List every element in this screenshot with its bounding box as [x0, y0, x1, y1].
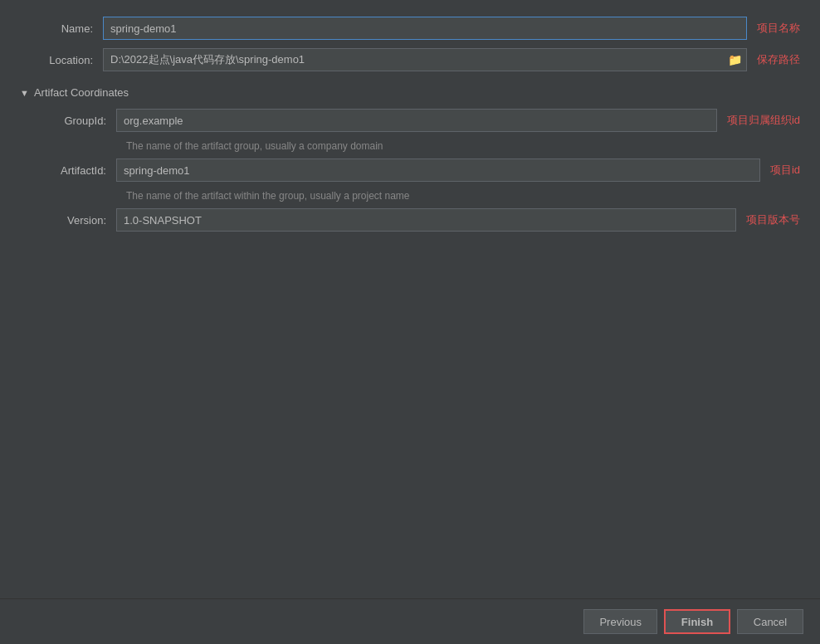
- artifactid-annotation: 项目id: [770, 163, 800, 178]
- artifactid-hint: The name of the artifact within the grou…: [116, 190, 800, 202]
- groupid-row: GroupId: 项目归属组织id: [33, 109, 800, 132]
- folder-icon[interactable]: 📁: [728, 53, 742, 66]
- location-row: Location: 📁 保存路径: [20, 48, 800, 71]
- name-label: Name:: [20, 22, 103, 35]
- groupid-label: GroupId:: [33, 115, 116, 127]
- version-input-wrapper: [116, 208, 736, 232]
- spacer: [20, 240, 800, 582]
- version-label: Version:: [33, 214, 116, 227]
- section-toggle-icon[interactable]: ▼: [20, 88, 29, 98]
- dialog-content: Name: 项目名称 Location: 📁 保存路径 ▼ Artifact C…: [0, 0, 820, 598]
- finish-button[interactable]: Finish: [664, 609, 730, 634]
- artifactid-label: ArtifactId:: [33, 164, 116, 177]
- cancel-button[interactable]: Cancel: [737, 609, 803, 634]
- artifact-section-title: Artifact Coordinates: [34, 86, 129, 99]
- groupid-input[interactable]: [116, 109, 717, 132]
- groupid-annotation: 项目归属组织id: [727, 113, 800, 128]
- version-row: Version: 项目版本号: [33, 208, 800, 232]
- version-annotation: 项目版本号: [746, 212, 800, 227]
- groupid-hint: The name of the artifact group, usually …: [116, 140, 800, 152]
- artifact-section-header: ▼ Artifact Coordinates: [20, 86, 800, 99]
- name-input-wrapper: [103, 17, 747, 40]
- name-annotation: 项目名称: [757, 21, 800, 36]
- location-label: Location:: [20, 54, 103, 66]
- artifactid-row: ArtifactId: 项目id: [33, 159, 800, 182]
- previous-button[interactable]: Previous: [583, 609, 657, 634]
- groupid-input-wrapper: [116, 109, 717, 132]
- name-input[interactable]: [103, 17, 747, 40]
- artifactid-input-wrapper: [116, 159, 760, 182]
- artifact-section-body: GroupId: 项目归属组织id The name of the artifa…: [20, 109, 800, 240]
- dialog-footer: Previous Finish Cancel: [0, 598, 820, 644]
- artifactid-input[interactable]: [116, 159, 760, 182]
- location-annotation: 保存路径: [757, 52, 800, 67]
- version-input[interactable]: [116, 208, 736, 232]
- location-input-wrapper: 📁: [103, 48, 747, 71]
- name-row: Name: 项目名称: [20, 17, 800, 40]
- location-input[interactable]: [103, 48, 747, 71]
